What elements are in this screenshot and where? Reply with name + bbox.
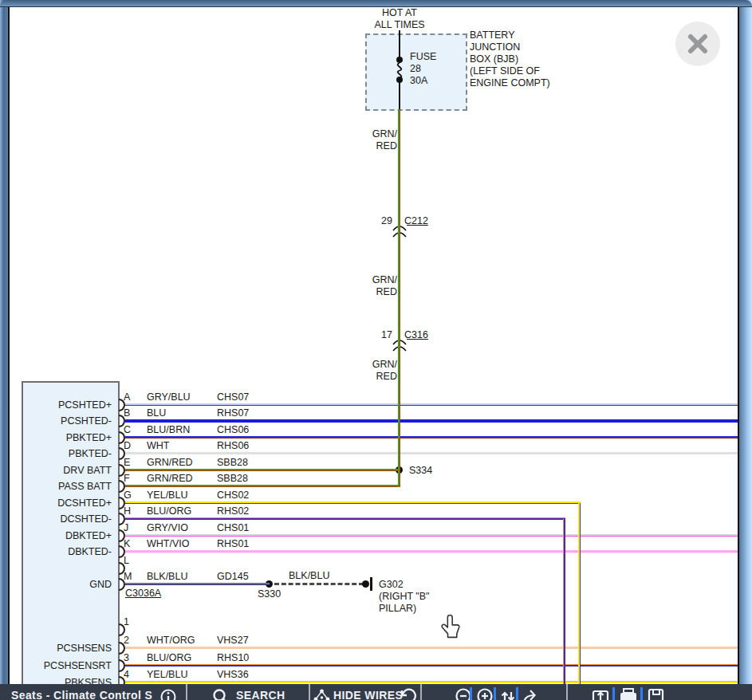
wire-H-vertical (563, 519, 565, 684)
wire-2 (125, 647, 738, 649)
hot-at-all-times-label: HOT AT ALL TIMES (344, 7, 455, 31)
fit-to-screen-icon[interactable] (499, 687, 517, 700)
toolbar-divider (640, 687, 643, 700)
pin-letter: A (124, 391, 130, 403)
circuit-number-label: VHS27 (217, 635, 249, 647)
wire-color-label: GRN/RED (147, 473, 193, 485)
wire-harness-icon[interactable] (313, 687, 331, 700)
hide-wires-button[interactable]: HIDE WIRES (333, 689, 403, 700)
wire-H (125, 517, 565, 520)
toolbar-divider (516, 687, 518, 700)
wire-color-label: YEL/BLU (147, 669, 187, 681)
toolbar-separator (309, 684, 310, 700)
dashed-wire-color-label: BLK/BLU (289, 570, 329, 582)
block-pin-function-label: GND (24, 578, 112, 591)
wire-color-label: BLU/BRN (147, 424, 190, 436)
block-pin-function-label: PBKTED+ (24, 431, 112, 444)
wire-color-label: WHT/ORG (147, 635, 195, 647)
toolbar-separator (186, 684, 187, 700)
close-button[interactable] (675, 22, 720, 66)
wire-C (125, 436, 738, 438)
wire-D (125, 452, 738, 454)
pin-letter: M (124, 571, 132, 583)
circuit-number-label: SBB28 (217, 457, 248, 469)
print-icon[interactable] (619, 687, 638, 700)
pin-letter: J (124, 522, 128, 534)
wire-color-label: BLU/ORG (147, 505, 191, 517)
zoom-in-icon[interactable] (476, 687, 494, 700)
wire-color-label: BLU (147, 407, 166, 419)
wire-color-label: BLK/BLU (147, 571, 187, 583)
wire-color-label-grn-red-2: GRN/RED (343, 274, 397, 298)
wire-color-label: WHT (147, 440, 169, 452)
pin-letter: B (124, 407, 130, 419)
search-icon[interactable] (212, 688, 230, 700)
wire-color-label-grn-red-1: GRN/RED (343, 128, 397, 152)
ground-dot-g302 (362, 580, 369, 588)
toolbar-divider (494, 687, 496, 700)
diagram-page-left-border (8, 0, 10, 700)
wire-color-label: YEL/BLU (147, 490, 187, 501)
circuit-number-label: RHS06 (217, 440, 249, 452)
bjb-label: BATTERY JUNCTION BOX (BJB) (LEFT SIDE OF… (470, 29, 550, 89)
toolbar-divider (470, 687, 472, 700)
block-pin-function-label: PASS BATT (24, 480, 112, 493)
window-frame-top (0, 0, 752, 7)
connector-link-c316[interactable]: C316 (404, 329, 428, 341)
pin-letter: 1 (124, 616, 129, 628)
fuse-label: FUSE 28 30A (410, 51, 436, 87)
wiring-diagram-viewer: HOT AT ALL TIMES FUSE 28 30A BATTERY JUN… (0, 0, 752, 700)
connector-link-c212[interactable]: C212 (404, 215, 428, 227)
wire-E (125, 469, 400, 471)
block-pin-function-label: PCSHTED- (24, 415, 112, 427)
pin-letter: 2 (124, 635, 129, 647)
circuit-number-label: RHS07 (217, 407, 249, 419)
dashed-ground-wire (274, 583, 364, 585)
circuit-number-label: VHS36 (217, 669, 249, 681)
block-pin-function-label: DBKTED+ (24, 529, 112, 542)
circuit-number-label: GD145 (217, 571, 249, 583)
save-icon[interactable] (647, 687, 664, 700)
wire-G (125, 501, 581, 504)
pin-letter: F (124, 473, 130, 485)
close-icon (675, 22, 720, 66)
block-pin-function-label: PBKTED- (24, 447, 112, 460)
window-frame-left (0, 0, 8, 700)
wire-M (125, 583, 270, 585)
block-pin-function-label: PCSHSENSRT (24, 659, 112, 672)
window-frame-right (739, 0, 752, 700)
wire-B (125, 419, 738, 423)
wire-color-label: GRY/BLU (147, 391, 191, 403)
wire-color-label: GRY/VIO (147, 522, 188, 534)
circuit-number-label: CHS01 (217, 522, 249, 534)
battery-feed-vertical-wire (398, 109, 400, 470)
undo-icon[interactable] (397, 686, 416, 700)
share-icon[interactable] (521, 686, 541, 700)
wire-F (125, 485, 400, 487)
pin-letter: E (124, 457, 130, 469)
wire-K (125, 550, 738, 553)
bottom-toolbar: Seats - Climate Control S SEARCH HIDE WI… (0, 684, 752, 700)
wire-color-label: WHT/VIO (147, 538, 189, 550)
block-pin-function-label: DRV BATT (24, 464, 112, 477)
circuit-number-label: RHS01 (217, 538, 249, 550)
connector-link-c3036a[interactable]: C3036A (125, 588, 161, 600)
diagram-title: Seats - Climate Control S (11, 689, 152, 700)
wire-4 (125, 681, 738, 683)
splice-label-s330: S330 (258, 588, 281, 600)
wire-G-vertical (578, 503, 581, 684)
block-pin-function-label: DCSHTED- (24, 513, 112, 525)
circuit-number-label: RHS10 (217, 652, 249, 664)
export-icon[interactable] (591, 687, 610, 700)
pin-letter: H (124, 505, 131, 517)
pin-letter: C (124, 424, 131, 436)
connector-pin-number: 17 (359, 329, 392, 341)
pin-letter: K (124, 538, 130, 550)
block-pin-function-label: DCSHTED+ (24, 497, 112, 509)
pin-letter: 4 (124, 669, 129, 681)
search-button[interactable]: SEARCH (236, 689, 285, 700)
ground-symbol (370, 577, 372, 591)
info-icon[interactable] (159, 688, 177, 700)
pin-letter: G (124, 490, 132, 501)
splice-riser-wire (398, 470, 400, 487)
